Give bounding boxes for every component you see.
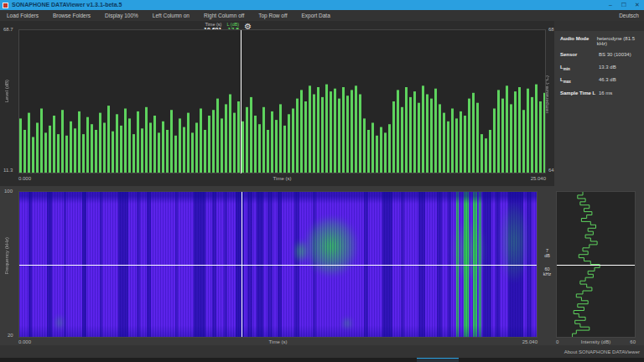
intensity-profile-plot[interactable] — [556, 191, 636, 338]
close-button[interactable]: ✕ — [631, 0, 644, 10]
menu-export-data[interactable]: Export Data — [301, 13, 330, 18]
level-chart-time-cursor[interactable] — [241, 30, 242, 173]
level-x-end: 25.040 — [18, 176, 546, 181]
menu-right-column[interactable]: Right Column off — [204, 13, 244, 18]
menu-load-folders[interactable]: Load Folders — [7, 13, 39, 18]
menu-display-100[interactable]: Display 100% — [105, 13, 138, 18]
temp-axis-min: 64 — [548, 168, 554, 173]
freq-axis-max: 100 — [4, 189, 13, 194]
intensity-x-end: 60 — [556, 339, 636, 344]
info-row-sensor: Sensor BS 30 (10034) — [560, 52, 644, 59]
window-title: SONAPHONE DATAViewer v1.3.1-beta.5 — [12, 0, 122, 10]
statusbar: About SONAPHONE DATAViewer — [0, 345, 644, 358]
temp-axis-max: 68 — [548, 27, 554, 32]
info-row-lmin: Lmin 13.3 dB — [560, 65, 644, 71]
intensity-frequency-cursor[interactable] — [557, 265, 635, 266]
spectrogram-plot[interactable] — [18, 191, 538, 338]
info-label: Sample Time L — [560, 90, 599, 97]
menubar: Load Folders Browse Folders Display 100%… — [0, 10, 644, 21]
menu-left-column[interactable]: Left Column on — [153, 13, 190, 18]
freq-axis-min: 20 — [8, 333, 13, 338]
info-value: 13.3 dB — [599, 65, 616, 71]
info-row-sample-time: Sample Time L 16 ms — [560, 90, 644, 97]
measurement-info-panel: Audio Mode heterodyne (81.5 kHz) Sensor … — [554, 31, 644, 186]
info-label: Lmax — [560, 77, 599, 84]
menu-top-row[interactable]: Top Row off — [258, 13, 287, 18]
about-link[interactable]: About SONAPHONE DATAViewer — [564, 349, 640, 354]
spectrogram-frequency-cursor[interactable] — [19, 265, 537, 266]
cursor-frequency-unit: kHz — [540, 272, 554, 277]
level-axis-min: 11.3 — [3, 168, 13, 173]
cursor-frequency-readout: 60 kHz — [540, 266, 554, 277]
level-chart-plot[interactable] — [18, 29, 546, 173]
cursor-intensity-unit: dB — [540, 253, 554, 258]
freq-axis-label: Frequency (kHz) — [4, 237, 9, 274]
info-value: 16 ms — [599, 90, 612, 97]
menu-browse-folders[interactable]: Browse Folders — [53, 13, 91, 18]
info-label: Lmin — [560, 65, 599, 71]
language-button[interactable]: Deutsch — [619, 13, 639, 18]
taskbar-active-item[interactable] — [417, 358, 459, 362]
info-value: heterodyne (81.5 kHz) — [597, 36, 644, 46]
app-icon — [3, 3, 8, 8]
level-waveform — [19, 30, 545, 173]
info-row-audio-mode: Audio Mode heterodyne (81.5 kHz) — [560, 36, 644, 46]
spec-x-end: 25.040 — [18, 339, 538, 344]
info-value: BS 30 (10034) — [599, 52, 631, 59]
level-axis-label: Level (dB) — [4, 80, 9, 102]
info-row-lmax: Lmax 46.3 dB — [560, 77, 644, 84]
level-axis-max: 68.7 — [3, 27, 13, 32]
info-label: Sensor — [560, 52, 599, 59]
info-label: Audio Mode — [560, 36, 597, 46]
info-value: 46.3 dB — [599, 77, 616, 84]
cursor-intensity-readout: 7 dB — [540, 248, 554, 258]
taskbar — [0, 358, 644, 362]
minimize-button[interactable]: – — [604, 0, 617, 10]
window-titlebar: SONAPHONE DATAViewer v1.3.1-beta.5 – ☐ ✕ — [0, 0, 644, 10]
maximize-button[interactable]: ☐ — [617, 0, 631, 10]
